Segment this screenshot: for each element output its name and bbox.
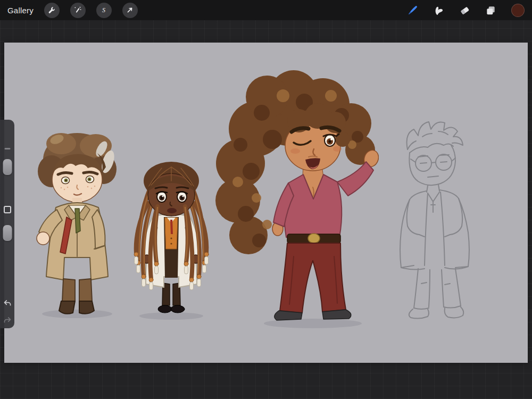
opacity-slider[interactable] — [3, 225, 12, 241]
smudge-tool-button[interactable] — [433, 5, 444, 16]
topbar-left: Gallery S — [7, 3, 138, 18]
drawing-canvas[interactable] — [4, 43, 528, 363]
topbar: Gallery S — [0, 0, 532, 20]
selection-s-icon: S — [99, 6, 108, 14]
adjustments-button[interactable] — [70, 3, 86, 18]
wrench-icon — [47, 6, 56, 14]
erase-tool-button[interactable] — [459, 5, 470, 16]
gallery-button[interactable]: Gallery — [7, 6, 34, 15]
layers-icon — [485, 5, 496, 16]
selection-button[interactable]: S — [96, 3, 112, 18]
redo-button[interactable] — [3, 315, 12, 325]
smudge-icon — [433, 5, 444, 16]
transform-button[interactable] — [122, 3, 138, 18]
eraser-icon — [459, 5, 470, 16]
actions-button[interactable] — [44, 3, 60, 18]
character-trench-coat-man — [24, 118, 125, 320]
modify-button[interactable] — [4, 206, 11, 213]
character-curly-hair-woman — [209, 65, 379, 331]
redo-arrow-icon — [3, 315, 12, 325]
paintbrush-icon — [407, 5, 418, 16]
workspace — [0, 20, 532, 399]
paint-tool-button[interactable] — [407, 5, 418, 16]
active-color-swatch — [511, 4, 525, 17]
character-sketch-man — [377, 108, 494, 331]
svg-text:S: S — [102, 6, 105, 14]
brush-size-indicator — [4, 148, 10, 149]
brush-size-slider[interactable] — [3, 159, 12, 175]
topbar-right — [407, 4, 525, 17]
undo-arrow-icon — [3, 298, 12, 307]
side-toolbar — [0, 120, 14, 328]
character-braids-woman — [118, 150, 223, 323]
transform-arrow-icon — [126, 6, 134, 14]
color-swatch-button[interactable] — [511, 4, 525, 17]
layers-button[interactable] — [485, 5, 496, 16]
magic-wand-icon — [73, 6, 82, 14]
procreate-app: Gallery S — [0, 0, 532, 399]
undo-button[interactable] — [3, 298, 12, 307]
